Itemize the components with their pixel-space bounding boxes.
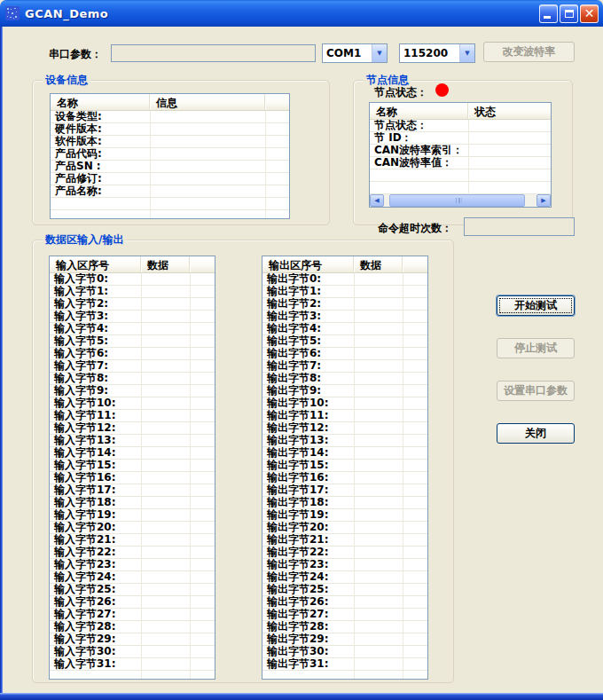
table-row[interactable]: 输入字节17: <box>50 484 215 497</box>
table-row[interactable]: 输入字节25: <box>50 584 215 596</box>
table-row[interactable]: 输出字节23: <box>262 559 427 571</box>
table-row[interactable]: 输出字节2: <box>262 298 427 311</box>
table-row[interactable]: 输入字节0: <box>50 273 215 286</box>
column-header-data[interactable]: 数据 <box>141 256 190 272</box>
chevron-down-icon[interactable]: ▼ <box>459 44 474 62</box>
table-row[interactable]: 输入字节1: <box>50 286 215 298</box>
table-row[interactable]: 输出字节20: <box>262 522 427 534</box>
table-row[interactable]: 输入字节22: <box>50 547 215 559</box>
table-row[interactable]: 输出字节10: <box>262 397 427 410</box>
table-row[interactable]: 输出字节6: <box>262 348 427 360</box>
table-row[interactable]: 输出字节5: <box>262 335 427 348</box>
table-row[interactable]: 输入字节21: <box>50 534 215 547</box>
table-row[interactable]: 输入字节31: <box>50 658 215 671</box>
action-button[interactable]: 设置串口参数 <box>497 381 575 401</box>
close-button[interactable]: ✕ <box>580 4 599 23</box>
table-row[interactable]: 输入字节10: <box>50 397 215 410</box>
column-header-input-index[interactable]: 输入区序号 <box>50 256 141 272</box>
table-row[interactable]: 输入字节29: <box>50 633 215 646</box>
table-row[interactable]: 输入字节6: <box>50 348 215 360</box>
table-row[interactable]: 输入字节13: <box>50 435 215 447</box>
table-row[interactable]: 输入字节16: <box>50 472 215 484</box>
table-row[interactable]: 输出字节31: <box>262 658 427 671</box>
table-row[interactable]: 输出字节24: <box>262 571 427 584</box>
table-row[interactable]: 输出字节0: <box>262 273 427 286</box>
table-row[interactable]: 输出字节1: <box>262 286 427 298</box>
table-row[interactable]: 输入字节11: <box>50 410 215 422</box>
port-combobox[interactable]: COM1 ▼ <box>322 43 388 63</box>
table-row[interactable]: 输入字节12: <box>50 422 215 435</box>
table-row[interactable]: 设备类型: <box>51 111 289 123</box>
column-header-output-index[interactable]: 输出区序号 <box>262 256 354 272</box>
action-button[interactable]: 停止测试 <box>497 338 575 358</box>
table-row[interactable]: 输入字节20: <box>50 522 215 534</box>
table-row[interactable]: 输入字节27: <box>50 609 215 621</box>
column-header-name[interactable]: 名称 <box>51 94 150 110</box>
table-row[interactable]: 输出字节4: <box>262 323 427 335</box>
table-row[interactable]: 输入字节5: <box>50 335 215 348</box>
table-row[interactable]: 输出字节8: <box>262 373 427 385</box>
table-row[interactable]: 节点状态： <box>370 120 551 132</box>
table-row[interactable]: 输入字节9: <box>50 385 215 397</box>
table-row[interactable]: 产品修订: <box>51 173 289 185</box>
serial-params-input[interactable] <box>111 44 316 62</box>
table-row[interactable]: 输入字节18: <box>50 497 215 509</box>
scrollbar-track[interactable] <box>384 194 536 207</box>
table-row[interactable]: 输出字节18: <box>262 497 427 509</box>
table-row[interactable]: 节 ID： <box>370 132 551 145</box>
table-row[interactable]: 输出字节3: <box>262 311 427 323</box>
table-row[interactable]: 软件版本: <box>51 136 289 148</box>
table-row[interactable]: 输入字节30: <box>50 646 215 658</box>
baud-combobox[interactable]: 115200 ▼ <box>399 43 475 63</box>
table-row[interactable]: 输出字节28: <box>262 621 427 633</box>
column-header-name[interactable]: 名称 <box>370 103 468 119</box>
table-row[interactable]: 输出字节13: <box>262 435 427 447</box>
table-row[interactable]: 输出字节25: <box>262 584 427 596</box>
table-row[interactable]: 输入字节8: <box>50 373 215 385</box>
action-button[interactable]: 开始测试 <box>497 295 575 316</box>
table-row[interactable]: 产品名称: <box>51 185 289 198</box>
table-row[interactable]: 输出字节22: <box>262 547 427 559</box>
action-button[interactable]: 关闭 <box>497 423 575 444</box>
column-header-status[interactable]: 状态 <box>468 103 551 119</box>
scroll-left-button[interactable]: ◀ <box>370 194 384 207</box>
column-header-info[interactable]: 信息 <box>150 94 265 110</box>
table-row[interactable]: CAN波特率索引： <box>370 145 551 157</box>
table-row[interactable]: 输出字节12: <box>262 422 427 435</box>
table-row[interactable]: 输入字节19: <box>50 509 215 522</box>
table-row[interactable]: 输入字节23: <box>50 559 215 571</box>
column-header-data[interactable]: 数据 <box>354 256 403 272</box>
titlebar[interactable]: GCAN_Demo ✕ <box>0 0 603 27</box>
timeout-input[interactable] <box>464 217 575 236</box>
table-row[interactable]: 输出字节9: <box>262 385 427 397</box>
table-row[interactable]: 输入字节3: <box>50 311 215 323</box>
table-row[interactable]: 输入字节28: <box>50 621 215 633</box>
table-row[interactable]: 输入字节24: <box>50 571 215 584</box>
scrollbar-thumb[interactable] <box>389 194 525 207</box>
change-baud-button[interactable]: 改变波特率 <box>483 42 575 62</box>
maximize-button[interactable] <box>560 4 578 23</box>
minimize-button[interactable] <box>539 4 558 23</box>
table-row[interactable]: 输入字节15: <box>50 460 215 472</box>
table-row[interactable]: 输入字节26: <box>50 596 215 609</box>
table-row[interactable]: 输出字节21: <box>262 534 427 547</box>
table-row[interactable]: 输入字节14: <box>50 447 215 460</box>
table-row[interactable]: 输出字节14: <box>262 447 427 460</box>
table-row[interactable]: 输出字节27: <box>262 609 427 621</box>
table-row[interactable]: 输出字节19: <box>262 509 427 522</box>
table-row[interactable]: 输出字节15: <box>262 460 427 472</box>
table-row[interactable]: 输出字节29: <box>262 633 427 646</box>
table-row[interactable]: 产品SN : <box>51 161 289 173</box>
table-row[interactable]: 产品代码: <box>51 148 289 161</box>
table-row[interactable]: 输出字节11: <box>262 410 427 422</box>
table-row[interactable]: 输出字节7: <box>262 360 427 373</box>
table-row[interactable]: 输入字节4: <box>50 323 215 335</box>
table-row[interactable]: 输出字节30: <box>262 646 427 658</box>
table-row[interactable]: 硬件版本: <box>51 123 289 136</box>
table-row[interactable]: 输入字节7: <box>50 360 215 373</box>
table-row[interactable]: 输出字节26: <box>262 596 427 609</box>
table-row[interactable]: 输入字节2: <box>50 298 215 311</box>
chevron-down-icon[interactable]: ▼ <box>372 44 387 62</box>
table-row[interactable]: 输出字节17: <box>262 484 427 497</box>
table-row[interactable]: CAN波特率值： <box>370 157 551 169</box>
